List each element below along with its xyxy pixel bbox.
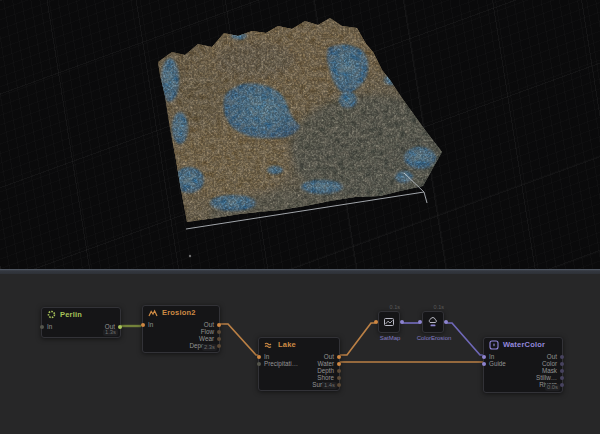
colorerosion-icon xyxy=(427,316,439,328)
node-time: 0.0s xyxy=(545,384,560,391)
node-satmap[interactable]: SatMap 0.1s xyxy=(378,311,400,333)
port-mask[interactable]: Mask xyxy=(536,367,558,374)
port-out[interactable]: Out xyxy=(190,321,216,328)
node-title: WaterColor xyxy=(503,340,545,349)
port-in[interactable] xyxy=(418,320,422,324)
node-time: 0.1s xyxy=(434,304,444,310)
node-watercolor[interactable]: WaterColor In Guide Out xyxy=(483,337,563,393)
port-water[interactable]: Water xyxy=(312,360,335,367)
terrain-mesh xyxy=(0,10,460,240)
port-guide[interactable]: Guide xyxy=(488,360,506,367)
viewport-3d[interactable] xyxy=(0,0,600,269)
port-flow[interactable]: Flow xyxy=(190,328,216,335)
port-depth[interactable]: Depth xyxy=(312,367,335,374)
node-lake[interactable]: Lake In Precipitati… Out xyxy=(258,337,340,391)
port-in[interactable]: In xyxy=(46,323,52,330)
port-stillwater[interactable]: Stillw… xyxy=(536,374,558,381)
node-colorerosion[interactable]: ColorErosion 0.1s xyxy=(422,311,444,333)
port-out[interactable] xyxy=(444,320,448,324)
port-shore[interactable]: Shore xyxy=(312,374,335,381)
node-title: ColorErosion xyxy=(403,335,465,341)
port-wear[interactable]: Wear xyxy=(190,335,216,342)
watercolor-icon xyxy=(489,340,499,350)
lake-icon xyxy=(264,341,274,349)
node-perlin[interactable]: Perlin In Out 1.3s xyxy=(41,307,121,338)
port-out[interactable] xyxy=(400,320,404,324)
node-erosion2[interactable]: Erosion2 In Out Flow xyxy=(142,305,220,353)
port-precipitation[interactable]: Precipitati… xyxy=(263,360,298,367)
app-window: Perlin In Out 1.3s xyxy=(0,0,600,434)
node-time: 2.3s xyxy=(202,344,217,351)
terrain-render xyxy=(0,0,600,269)
node-title: Erosion2 xyxy=(162,308,196,317)
port-color[interactable]: Color xyxy=(536,360,558,367)
node-time: 1.4s xyxy=(322,382,337,389)
port-in[interactable]: In xyxy=(147,321,153,328)
node-graph-canvas[interactable]: Perlin In Out 1.3s xyxy=(0,274,600,434)
node-time: 1.3s xyxy=(103,329,118,336)
port-in[interactable]: In xyxy=(263,353,298,360)
port-out[interactable]: Out xyxy=(536,353,558,360)
satmap-icon xyxy=(383,316,395,328)
node-time: 0.1s xyxy=(390,304,400,310)
wire-erosion2-lake[interactable] xyxy=(219,324,258,355)
port-in[interactable] xyxy=(374,320,378,324)
node-title: Perlin xyxy=(60,310,82,319)
port-in[interactable]: In xyxy=(488,353,506,360)
erosion2-icon xyxy=(148,309,158,317)
port-out[interactable]: Out xyxy=(312,353,335,360)
origin-marker xyxy=(189,255,191,257)
node-title: Lake xyxy=(278,340,296,349)
perlin-icon xyxy=(47,310,56,319)
